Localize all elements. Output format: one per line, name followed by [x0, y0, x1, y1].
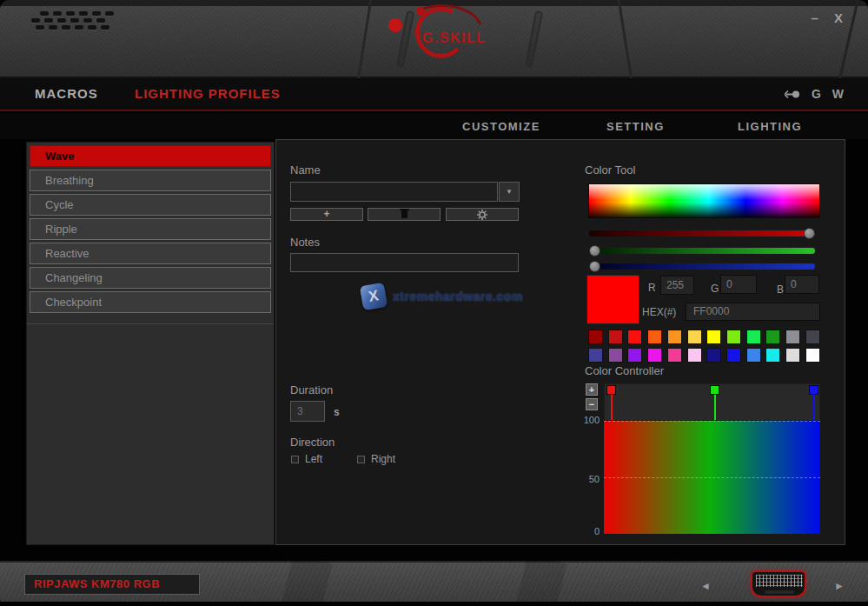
blue-slider[interactable] [588, 263, 816, 270]
g-input[interactable]: 0 [720, 275, 757, 294]
keyboard-keys [756, 575, 803, 587]
close-button[interactable]: X [830, 9, 849, 27]
duration-input[interactable]: 3 [290, 401, 325, 422]
tab-lighting[interactable]: LIGHTING [738, 120, 802, 133]
color-swatch[interactable] [726, 348, 741, 363]
color-swatch[interactable] [706, 330, 721, 344]
sidebar-item-breathing[interactable]: Breathing [30, 170, 271, 191]
xtremehardware-watermark: X xtremehardware.com [361, 284, 523, 309]
color-swatch[interactable] [746, 348, 761, 363]
keyboard-device-icon[interactable] [751, 570, 806, 597]
sidebar-item-ripple[interactable]: Ripple [30, 218, 271, 240]
minimize-button[interactable]: – [806, 9, 824, 27]
green-slider-thumb[interactable] [589, 245, 600, 256]
color-swatch[interactable] [765, 348, 780, 363]
sidebar-item-checkpoint[interactable]: Checkpoint [30, 291, 271, 313]
color-swatch[interactable] [785, 330, 800, 344]
gskill-logo: G.SKILL [378, 3, 500, 61]
right-checkbox[interactable] [357, 456, 365, 463]
ytick-100: 100 [563, 415, 600, 425]
remove-color-point-button[interactable]: − [586, 398, 598, 410]
tab-macros[interactable]: MACROS [35, 86, 98, 101]
color-swatch[interactable] [608, 348, 623, 363]
sidebar-item-cycle[interactable]: Cycle [30, 194, 271, 216]
color-point-line [714, 395, 716, 420]
tab-customize[interactable]: CUSTOMIZE [462, 120, 540, 133]
color-point-strip[interactable] [604, 383, 820, 421]
red-slider[interactable] [588, 230, 816, 237]
app-window: G.SKILL – X MACROS LIGHTING PROFILES G W… [0, 0, 868, 606]
trash-icon [401, 210, 407, 218]
r-label: R [648, 282, 656, 294]
ytick-50: 50 [563, 474, 600, 484]
color-swatch[interactable] [706, 348, 721, 363]
tab-lighting-profiles[interactable]: LIGHTING PROFILES [135, 86, 281, 101]
hex-input[interactable]: FF0000 [686, 303, 820, 321]
blue-slider-thumb[interactable] [589, 261, 600, 272]
color-swatch[interactable] [726, 330, 741, 344]
left-checkbox[interactable] [291, 456, 299, 463]
color-gradient-chart[interactable] [604, 421, 820, 534]
color-swatch[interactable] [647, 348, 662, 363]
footer-bar: RIPJAWS KM780 RGB ◄ ► [0, 561, 868, 602]
delete-profile-button[interactable] [368, 208, 441, 221]
red-slider-thumb[interactable] [804, 228, 815, 239]
color-controller-label: Color Controller [585, 364, 664, 377]
color-swatch[interactable] [746, 330, 761, 344]
color-swatch[interactable] [667, 348, 682, 363]
notes-label: Notes [290, 236, 320, 249]
color-point-marker[interactable] [710, 385, 719, 395]
checkbox-label: Right [371, 453, 395, 465]
color-swatch[interactable] [805, 330, 820, 344]
footer-texture [515, 554, 567, 606]
checkbox-label: Left [305, 453, 322, 465]
device-name-box: RIPJAWS KM780 RGB [24, 574, 200, 595]
r-input[interactable]: 255 [660, 276, 694, 295]
tab-setting[interactable]: SETTING [606, 120, 665, 133]
add-profile-button[interactable]: + [290, 208, 363, 221]
chevron-down-icon[interactable]: ▼ [499, 182, 520, 202]
profile-name-select[interactable] [290, 182, 498, 202]
profile-settings-button[interactable] [446, 208, 519, 221]
keyboard-wristrest [765, 590, 794, 594]
color-swatch[interactable] [627, 330, 642, 344]
hue-saturation-picker[interactable] [588, 183, 820, 218]
b-label: B [777, 283, 784, 296]
next-device-arrow[interactable]: ► [834, 580, 845, 592]
footer-texture [281, 554, 332, 606]
gskill-w-button[interactable]: W [832, 87, 844, 101]
color-swatch[interactable] [647, 330, 662, 344]
color-swatch[interactable] [687, 330, 702, 344]
color-swatch[interactable] [588, 348, 603, 363]
color-swatch[interactable] [608, 330, 623, 344]
color-point-marker[interactable] [809, 385, 818, 395]
color-swatch[interactable] [667, 330, 682, 344]
b-input[interactable]: 0 [785, 275, 819, 294]
prev-device-arrow[interactable]: ◄ [700, 580, 711, 592]
color-point-line [611, 395, 613, 420]
color-swatch[interactable] [627, 348, 642, 363]
color-swatch[interactable] [785, 348, 800, 363]
svg-text:G.SKILL: G.SKILL [422, 30, 487, 45]
color-swatch[interactable] [588, 330, 603, 344]
gskill-g-button[interactable]: G [812, 87, 821, 101]
sidebar-item-wave[interactable]: Wave [30, 145, 271, 167]
notes-input[interactable] [290, 253, 519, 272]
swatch-row-1 [588, 330, 820, 344]
color-point-marker[interactable] [606, 385, 616, 395]
gridline-100 [604, 421, 820, 422]
sidebar-item-reactive[interactable]: Reactive [30, 243, 271, 264]
color-swatch[interactable] [765, 330, 780, 344]
color-swatch[interactable] [687, 348, 702, 363]
color-point-line [813, 395, 815, 420]
hex-label: HEX(#) [642, 306, 676, 318]
color-preview [586, 275, 639, 324]
window-bottom-edge [0, 602, 868, 606]
chrome-seam [356, 0, 373, 85]
plug-icon[interactable] [785, 90, 800, 99]
sidebar-item-changeling[interactable]: Changeling [30, 267, 271, 289]
add-color-point-button[interactable]: + [586, 383, 598, 396]
green-slider[interactable] [588, 247, 816, 255]
device-name: RIPJAWS KM780 RGB [25, 575, 199, 594]
color-swatch[interactable] [805, 348, 820, 363]
